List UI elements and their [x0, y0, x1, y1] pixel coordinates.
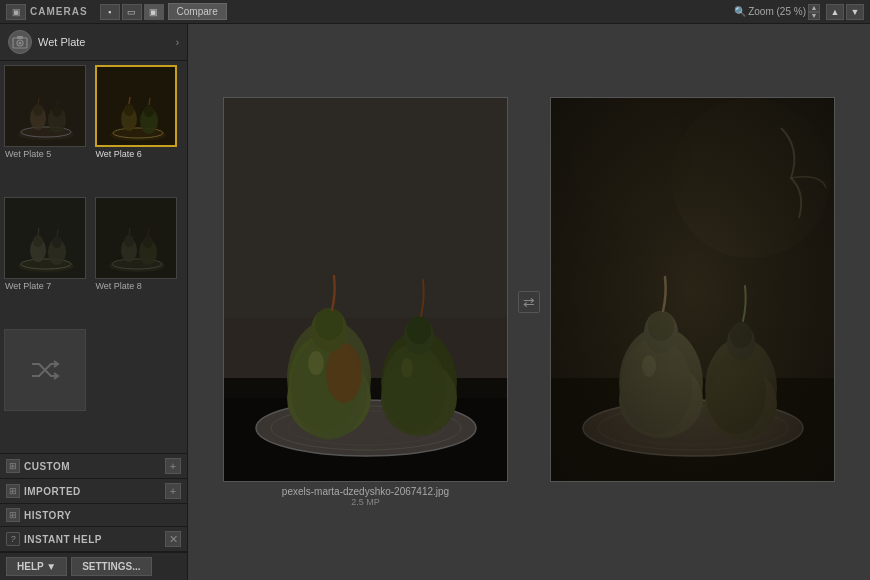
- accordion-custom[interactable]: ⊞ CUSTOM +: [0, 454, 187, 479]
- instant-help-close-btn[interactable]: ✕: [165, 531, 181, 547]
- zoom-up-arrow[interactable]: ▲: [808, 4, 820, 12]
- instant-help-label: INSTANT HELP: [24, 534, 161, 545]
- preset-thumb-7: [4, 197, 86, 279]
- preset-item-5[interactable]: Wet Plate 5: [4, 65, 93, 195]
- svg-point-11: [52, 105, 62, 117]
- preset-item-shuffle[interactable]: [4, 329, 93, 449]
- accordion-imported[interactable]: ⊞ IMPORTED +: [0, 479, 187, 504]
- zoom-label: Zoom (25 %): [748, 6, 806, 17]
- svg-line-21: [149, 98, 150, 105]
- search-icon: 🔍: [734, 6, 746, 17]
- svg-rect-2: [17, 36, 23, 39]
- history-icon: ⊞: [6, 508, 20, 522]
- svg-point-38: [143, 236, 153, 248]
- nav-down-icon[interactable]: ▼: [846, 4, 864, 20]
- svg-point-35: [124, 235, 134, 247]
- preset-thumb-8: [95, 197, 177, 279]
- preset-label-5: Wet Plate 5: [4, 147, 93, 161]
- preset-label-shuffle: [4, 411, 93, 415]
- svg-point-20: [144, 105, 154, 117]
- nav-icons: ▲ ▼: [826, 4, 864, 20]
- view-icon-grid[interactable]: ▣: [144, 4, 164, 20]
- svg-point-58: [382, 344, 446, 432]
- imported-plus-btn[interactable]: +: [165, 483, 181, 499]
- custom-icon: ⊞: [6, 459, 20, 473]
- svg-point-62: [401, 358, 413, 378]
- top-bar: ▣ CAMERAS ▪ ▭ ▣ Compare 🔍 Zoom (25 %) ▲ …: [0, 0, 870, 24]
- custom-label: CUSTOM: [24, 461, 161, 472]
- svg-point-3: [19, 42, 22, 45]
- preset-thumb-6: [95, 65, 177, 147]
- preset-item-7[interactable]: Wet Plate 7: [4, 197, 93, 327]
- preview-container: pexels-marta-dzedyshko-2067412.jpg 2.5 M…: [203, 77, 855, 527]
- help-button[interactable]: HELP ▼: [6, 557, 67, 576]
- swap-icon[interactable]: ⇄: [518, 291, 540, 313]
- right-preview-image: [550, 97, 835, 482]
- svg-point-26: [33, 235, 43, 247]
- accordion-instant-help[interactable]: ? INSTANT HELP ✕: [0, 527, 187, 552]
- view-icons: ▪ ▭ ▣: [100, 4, 164, 20]
- sidebar-bottom-bar: HELP ▼ SETTINGS...: [0, 552, 187, 580]
- preview-filesize: 2.5 MP: [223, 497, 508, 507]
- svg-rect-83: [551, 98, 835, 482]
- camera-name: Wet Plate: [38, 36, 170, 48]
- left-image-wrap: pexels-marta-dzedyshko-2067412.jpg 2.5 M…: [223, 97, 508, 507]
- svg-line-18: [129, 97, 130, 104]
- grid-view-icon[interactable]: ▣: [6, 4, 26, 20]
- imported-label: IMPORTED: [24, 486, 161, 497]
- zoom-down-arrow[interactable]: ▼: [808, 12, 820, 20]
- accordion-history[interactable]: ⊞ HISTORY: [0, 504, 187, 527]
- preset-thumb-shuffle: [4, 329, 86, 411]
- camera-icon: [8, 30, 32, 54]
- presets-grid: Wet Plate 5 W: [0, 61, 187, 453]
- sidebar: Wet Plate ›: [0, 24, 188, 580]
- camera-arrow[interactable]: ›: [176, 37, 179, 48]
- right-image-wrap: [550, 97, 835, 482]
- svg-point-32: [109, 260, 165, 272]
- compare-button[interactable]: Compare: [168, 3, 227, 20]
- preset-item-6[interactable]: Wet Plate 6: [95, 65, 184, 195]
- preview-area: pexels-marta-dzedyshko-2067412.jpg 2.5 M…: [188, 24, 870, 580]
- svg-point-23: [18, 260, 74, 272]
- svg-point-17: [124, 104, 134, 116]
- view-icon-double[interactable]: ▭: [122, 4, 142, 20]
- zoom-arrows: ▲ ▼: [808, 4, 820, 20]
- left-preview-image: [223, 97, 508, 482]
- svg-point-55: [315, 308, 343, 340]
- preset-label-8: Wet Plate 8: [95, 279, 184, 293]
- preset-thumb-5: [4, 65, 86, 147]
- zoom-control: 🔍 Zoom (25 %) ▲ ▼: [734, 4, 820, 20]
- svg-point-29: [52, 236, 62, 248]
- main-content: Wet Plate ›: [0, 24, 870, 580]
- preset-label-6: Wet Plate 6: [95, 147, 184, 161]
- svg-point-14: [110, 129, 166, 141]
- svg-point-53: [326, 343, 362, 403]
- preview-filename: pexels-marta-dzedyshko-2067412.jpg: [223, 486, 508, 497]
- imported-icon: ⊞: [6, 484, 20, 498]
- camera-header: Wet Plate ›: [0, 24, 187, 61]
- settings-button[interactable]: SETTINGS...: [71, 557, 151, 576]
- svg-point-61: [308, 351, 324, 375]
- preset-label-7: Wet Plate 7: [4, 279, 93, 293]
- svg-point-5: [18, 128, 74, 140]
- top-bar-left: ▣ CAMERAS ▪ ▭ ▣ Compare: [6, 3, 730, 20]
- svg-point-60: [407, 316, 431, 344]
- instant-help-q-icon: ?: [6, 532, 20, 546]
- cameras-label: CAMERAS: [30, 6, 88, 17]
- svg-point-8: [33, 104, 43, 116]
- svg-rect-43: [224, 98, 508, 318]
- top-bar-right: 🔍 Zoom (25 %) ▲ ▼ ▲ ▼: [734, 4, 864, 20]
- view-icon-single[interactable]: ▪: [100, 4, 120, 20]
- preset-item-8[interactable]: Wet Plate 8: [95, 197, 184, 327]
- accordion-sections: ⊞ CUSTOM + ⊞ IMPORTED + ⊞ HISTORY ? INST…: [0, 453, 187, 552]
- nav-up-icon[interactable]: ▲: [826, 4, 844, 20]
- custom-plus-btn[interactable]: +: [165, 458, 181, 474]
- history-label: HISTORY: [24, 510, 181, 521]
